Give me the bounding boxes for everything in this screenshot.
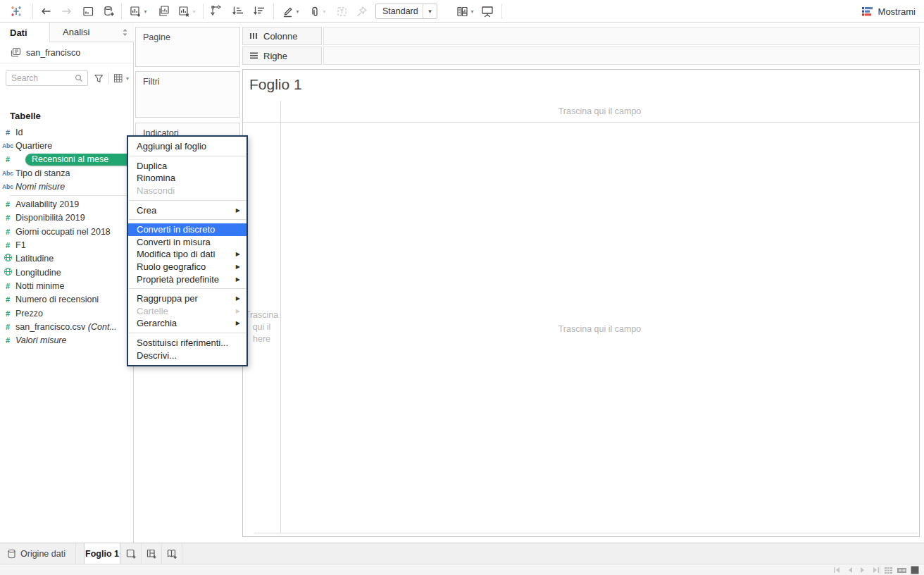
new-worksheet-tab-icon[interactable] xyxy=(121,543,142,564)
new-data-source-icon[interactable] xyxy=(99,3,118,20)
field-context-menu: Aggiungi al foglio Duplica Rinomina Nasc… xyxy=(127,135,248,366)
sort-ascending-icon[interactable] xyxy=(229,3,247,20)
rows-shelf[interactable] xyxy=(323,47,920,65)
menu-item-proprieta-predefinite[interactable]: Proprietà predefinite ▶ xyxy=(128,273,246,285)
tables-section-title: Tabelle xyxy=(10,111,41,121)
tab-foglio-1[interactable]: Foglio 1 xyxy=(84,543,120,564)
drop-field-hint-left[interactable]: Trascina qui il here xyxy=(243,309,280,345)
dropdown-caret-icon[interactable]: ▾ xyxy=(470,8,473,15)
globe-icon xyxy=(0,253,15,264)
swap-axes-icon[interactable] xyxy=(208,3,226,20)
undo-button[interactable] xyxy=(37,3,55,20)
presentation-mode-icon[interactable] xyxy=(477,3,497,20)
submenu-arrow-icon: ▶ xyxy=(236,308,240,314)
field-notti-minime[interactable]: # Notti minime xyxy=(0,279,134,292)
field-nomi-misure[interactable]: Abc Nomi misure xyxy=(0,180,134,193)
tab-origine-dati[interactable]: Origine dati xyxy=(0,543,76,564)
dropdown-caret-icon[interactable]: ▾ xyxy=(144,8,146,15)
tab-dati[interactable]: Dati xyxy=(0,23,49,42)
new-worksheet-icon[interactable]: ▾ xyxy=(125,3,151,20)
view-options-caret-icon[interactable]: ▾ xyxy=(126,75,129,82)
field-valori-misure[interactable]: # Valori misure xyxy=(0,333,134,347)
highlight-icon[interactable]: ▾ xyxy=(277,3,303,20)
menu-divider xyxy=(128,285,246,292)
group-members-icon[interactable]: ▾ xyxy=(304,3,330,20)
number-icon: # xyxy=(0,228,15,236)
new-dashboard-icon[interactable] xyxy=(142,543,162,564)
show-tabs-icon[interactable] xyxy=(882,567,894,574)
menu-item-modifica-tipo-di-dati[interactable]: Modifica tipo di dati ▶ xyxy=(128,248,246,261)
field-san-francisco-csv-count[interactable]: # san_francisco.csv (Cont... xyxy=(0,320,134,333)
number-icon: # xyxy=(0,128,15,137)
number-icon: # xyxy=(0,200,15,209)
filters-card[interactable]: Filtri xyxy=(135,71,240,118)
number-icon: # xyxy=(0,295,15,304)
number-icon: # xyxy=(0,282,15,290)
menu-item-sostituisci-riferimenti[interactable]: Sostituisci riferimenti... xyxy=(128,337,246,350)
pane-sort-icon[interactable] xyxy=(122,28,128,37)
datasource-item[interactable]: san_francisco xyxy=(0,42,133,63)
rows-shelf-label: Righe xyxy=(242,47,322,65)
duplicate-icon[interactable] xyxy=(155,3,173,20)
pane-tabs: Dati Analisi xyxy=(0,23,133,42)
toolbar-divider xyxy=(32,4,33,19)
datasource-icon xyxy=(10,47,21,58)
menu-item-ruolo-geografico[interactable]: Ruolo geografico ▶ xyxy=(128,261,246,273)
field-prezzo[interactable]: # Prezzo xyxy=(0,307,134,320)
pages-card[interactable]: Pagine xyxy=(135,27,240,67)
clear-sheet-icon[interactable]: ▾ xyxy=(174,3,199,20)
menu-item-descrivi[interactable]: Descrivi... xyxy=(128,349,246,361)
menu-item-raggruppa-per[interactable]: Raggruppa per ▶ xyxy=(128,292,246,305)
chevron-down-icon[interactable]: ▾ xyxy=(423,4,437,18)
grid-line xyxy=(280,101,281,533)
field-recensioni-al-mese[interactable]: # Recensioni al mese xyxy=(0,153,134,166)
field-f1[interactable]: # F1 xyxy=(0,238,134,252)
menu-item-rinomina[interactable]: Rinomina xyxy=(128,172,246,185)
search-input[interactable] xyxy=(6,72,74,85)
show-me-button[interactable]: Mostrami xyxy=(861,3,916,20)
menu-item-duplica[interactable]: Duplica xyxy=(128,160,246,173)
tab-analisi[interactable]: Analisi xyxy=(49,23,134,42)
redo-button[interactable] xyxy=(58,3,76,20)
field-tipo-di-stanza[interactable]: Abc Tipo di stanza xyxy=(0,166,134,180)
filter-fields-icon[interactable] xyxy=(94,73,104,84)
save-icon[interactable] xyxy=(79,3,97,20)
status-bar xyxy=(0,564,924,575)
new-story-icon[interactable] xyxy=(162,543,182,564)
field-quartiere[interactable]: Abc Quartiere xyxy=(0,139,134,152)
sheet-view-icon[interactable] xyxy=(909,567,920,574)
grid-line xyxy=(254,533,918,533)
field-numero-di-recensioni[interactable]: # Numero di recensioni xyxy=(0,293,134,307)
columns-shelf[interactable] xyxy=(323,27,920,45)
sheet-canvas[interactable]: Foglio 1 Trascina qui il campo Trascina … xyxy=(242,69,920,537)
field-disponibilita-2019[interactable]: # Disponibilità 2019 xyxy=(0,211,134,225)
dropdown-caret-icon[interactable]: ▾ xyxy=(323,8,325,15)
menu-item-converti-in-misura[interactable]: Converti in misura xyxy=(128,236,246,249)
menu-item-gerarchia[interactable]: Gerarchia ▶ xyxy=(128,317,246,330)
menu-item-aggiungi-al-foglio[interactable]: Aggiungi al foglio xyxy=(128,140,246,153)
field-id[interactable]: # Id xyxy=(0,125,134,139)
view-options-icon[interactable] xyxy=(113,73,123,84)
menu-item-converti-in-discreto[interactable]: Converti in discreto xyxy=(128,223,246,236)
sort-descending-icon[interactable] xyxy=(250,3,268,20)
toolbar-divider xyxy=(501,4,502,19)
field-giorni-occupati[interactable]: # Giorni occupati nel 2018 xyxy=(0,225,134,238)
drop-field-hint-top[interactable]: Trascina qui il campo xyxy=(280,106,919,116)
selected-field-pill[interactable]: Recensioni al mese xyxy=(25,154,135,166)
grid-line xyxy=(243,122,919,123)
field-latitudine[interactable]: Latitudine xyxy=(0,252,134,266)
filmstrip-view-icon[interactable] xyxy=(896,567,907,574)
number-icon: # xyxy=(0,214,15,222)
dropdown-caret-icon[interactable]: ▾ xyxy=(296,8,299,15)
dropdown-caret-icon[interactable]: ▾ xyxy=(192,8,195,15)
field-availability-2019[interactable]: # Availability 2019 xyxy=(0,197,134,211)
drop-field-hint-center[interactable]: Trascina qui il campo xyxy=(280,324,919,334)
toolbar-divider xyxy=(273,4,274,19)
menu-item-crea[interactable]: Crea ▶ xyxy=(128,204,246,216)
fix-axes-icon xyxy=(352,3,370,20)
menu-divider xyxy=(128,197,246,204)
show-hide-cards-icon[interactable]: ▾ xyxy=(452,3,477,20)
fit-selector[interactable]: Standard ▾ xyxy=(375,4,437,19)
submenu-arrow-icon: ▶ xyxy=(236,207,240,214)
field-longitudine[interactable]: Longitudine xyxy=(0,266,134,279)
